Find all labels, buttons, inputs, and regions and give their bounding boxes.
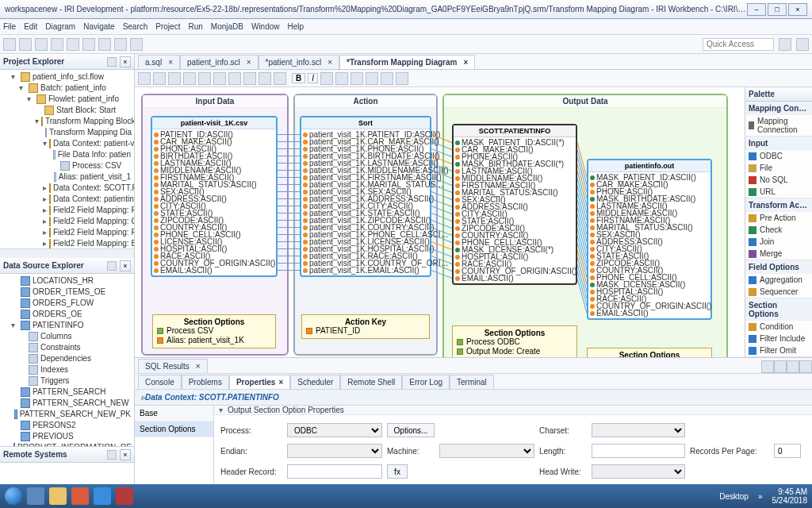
toolbar-button[interactable]	[213, 72, 226, 85]
toolbar-button[interactable]	[130, 38, 143, 51]
palette-group-header[interactable]: Section Options	[745, 298, 812, 321]
target2-section-options[interactable]: Section Options Process CSV	[587, 348, 712, 357]
palette[interactable]: Palette Mapping Con…Mapping ConnectionIn…	[745, 87, 812, 357]
menu-help[interactable]: Help	[288, 22, 304, 31]
toolbar-button[interactable]	[138, 72, 151, 85]
tree-item[interactable]: ▾Transform Mapping Block:	[3, 116, 131, 127]
menu-run[interactable]: Run	[188, 22, 202, 31]
tree-item[interactable]: ▾PATIENTINFO	[3, 320, 131, 331]
rpp-input[interactable]	[774, 444, 801, 458]
view-menu-icon[interactable]	[107, 57, 117, 67]
view-tab[interactable]: Console	[138, 375, 182, 389]
toolbar-button[interactable]	[774, 360, 787, 373]
palette-item[interactable]: Sequencer	[745, 286, 812, 298]
close-icon[interactable]: ×	[247, 58, 251, 67]
editor-tab[interactable]: a.sql×	[138, 55, 180, 69]
toolbar-button[interactable]	[3, 38, 16, 51]
toolbar-button[interactable]	[183, 72, 196, 85]
tree-item[interactable]: Constraints	[3, 342, 131, 353]
palette-item[interactable]: Filter Include	[745, 333, 812, 344]
close-icon[interactable]: ×	[196, 362, 201, 371]
close-button[interactable]: ×	[788, 3, 807, 16]
menu-edit[interactable]: Edit	[24, 22, 37, 31]
taskbar-icon[interactable]	[116, 487, 133, 505]
toolbar-button[interactable]	[350, 72, 363, 85]
target-file-node[interactable]: patientinfo.out MASK_PATIENT_ID:ASCII()C…	[587, 159, 712, 320]
machine-select[interactable]	[439, 444, 534, 458]
close-icon[interactable]: ×	[168, 58, 173, 67]
toolbar-button[interactable]	[799, 360, 812, 373]
perspective-button[interactable]	[779, 38, 791, 51]
minimize-button[interactable]: –	[747, 3, 766, 16]
tree-item[interactable]: ORDERS_OE	[3, 309, 131, 320]
close-icon[interactable]: ×	[327, 58, 332, 67]
process-select[interactable]: ODBC	[287, 423, 382, 437]
menu-project[interactable]: Project	[155, 22, 180, 31]
system-clock[interactable]: 9:45 AM5/24/2018	[772, 487, 808, 505]
palette-item[interactable]: ODBC	[745, 150, 812, 162]
tree-item[interactable]: ORDERS_FLOW	[3, 298, 131, 309]
close-icon[interactable]: ×	[120, 56, 131, 67]
start-button[interactable]	[5, 487, 22, 505]
palette-item[interactable]: File	[745, 162, 812, 174]
toolbar-button[interactable]	[259, 72, 271, 85]
tree-item[interactable]: Alias: patient_visit_1	[3, 171, 131, 183]
tree-item[interactable]: PATTERN_SEARCH_NEW	[3, 398, 131, 409]
tree-item[interactable]: PERSONS2	[3, 420, 131, 431]
toolbar-button[interactable]	[366, 72, 378, 85]
toolbar-button[interactable]	[82, 38, 95, 51]
windows-taskbar[interactable]: Desktop » 9:45 AM5/24/2018	[0, 484, 812, 508]
close-icon[interactable]: ×	[463, 58, 468, 67]
header-record-input[interactable]	[287, 464, 382, 479]
perspective-button[interactable]	[796, 38, 809, 51]
palette-item[interactable]: Join	[745, 236, 812, 248]
tree-item[interactable]: ▸Field2 Field Mapping: P	[3, 227, 131, 238]
tree-item[interactable]: Process: CSV	[3, 160, 131, 171]
tree-item[interactable]: PATTERN_SEARCH_NEW_PK	[3, 409, 131, 420]
close-icon[interactable]: ×	[120, 449, 131, 460]
tree-item[interactable]: ▾patient_info_scl.flow	[3, 71, 131, 83]
length-input[interactable]	[592, 444, 685, 458]
taskbar-icon[interactable]	[94, 487, 111, 505]
toolbar-button[interactable]	[67, 38, 79, 51]
view-menu-icon[interactable]	[107, 450, 117, 460]
tree-item[interactable]: ▾Batch: patient_info	[3, 83, 131, 94]
tree-item[interactable]: Triggers	[3, 375, 131, 387]
field[interactable]: EMAIL:ASCII()	[455, 275, 574, 282]
tree-item[interactable]: Transform Mapping Dia	[3, 127, 131, 138]
field[interactable]: EMAIL:ASCII()	[154, 267, 274, 274]
action-key[interactable]: Action Key PATIENT_ID	[301, 314, 430, 339]
toolbar-button[interactable]	[35, 38, 48, 51]
editor-tab[interactable]: *patient_info.scl×	[259, 55, 339, 69]
tree-item[interactable]: Start Block: Start	[3, 105, 131, 116]
tree-item[interactable]: ▸Field2 Field Mapping: P	[3, 205, 131, 216]
properties-category[interactable]: Section Options	[135, 421, 213, 437]
palette-item[interactable]: Aggregation	[745, 274, 812, 286]
view-tab[interactable]: Remote Shell	[340, 375, 402, 389]
palette-group-header[interactable]: Input	[745, 137, 812, 150]
tree-item[interactable]: LOCATIONS_HR	[3, 275, 131, 287]
palette-item[interactable]: Check	[745, 224, 812, 236]
toolbar-button[interactable]	[381, 72, 393, 85]
palette-group-header[interactable]: Transform Ac…	[745, 198, 812, 212]
editor-tab[interactable]: patient_info.scl×	[180, 55, 259, 69]
palette-item[interactable]: Mapping Connection	[745, 115, 812, 136]
tree-item[interactable]: ▾Flowlet: patient_info	[3, 94, 131, 105]
view-tab[interactable]: Scheduler	[290, 375, 340, 389]
view-tab[interactable]: Properties ×	[229, 375, 290, 389]
tree-item[interactable]: ▸Field2 Field Mapping: B	[3, 238, 131, 248]
bold-button[interactable]: B	[292, 73, 305, 83]
tree-item[interactable]: ▾Data Context: patient-vi	[3, 138, 131, 149]
menu-window[interactable]: Window	[251, 22, 280, 31]
toolbar-button[interactable]	[19, 38, 32, 51]
toolbar-button[interactable]	[168, 72, 181, 85]
menu-navigate[interactable]: Navigate	[83, 22, 114, 31]
tree-item[interactable]: ▸Data Context: SCOTT.PA	[3, 183, 131, 194]
quick-access-input[interactable]	[703, 38, 774, 51]
source-node[interactable]: patient-visit_1K.csv PATIENT_ID:ASCII()C…	[151, 116, 278, 277]
tree-item[interactable]: PATTERN_SEARCH	[3, 387, 131, 398]
tree-item[interactable]: ORDER_ITEMS_OE	[3, 287, 131, 298]
view-menu-icon[interactable]	[107, 261, 117, 271]
tree-item[interactable]: ▸Data Context: patientinf	[3, 194, 131, 205]
close-icon[interactable]: ×	[120, 260, 131, 271]
